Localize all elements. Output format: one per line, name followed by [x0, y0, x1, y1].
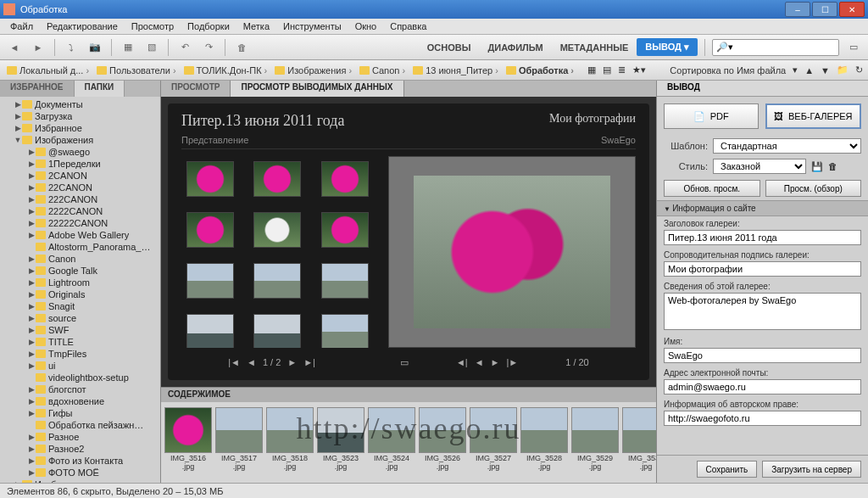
tab-preview[interactable]: ПРОСМОТР: [161, 81, 231, 97]
menu-label[interactable]: Метка: [236, 21, 276, 31]
tree-item[interactable]: ▶Гифы: [0, 407, 160, 419]
tree-item[interactable]: ▶Избранное: [0, 122, 160, 134]
mode-filmstrip[interactable]: ДИАФИЛЬМ: [479, 39, 551, 56]
last-page-icon[interactable]: ►|: [303, 357, 315, 367]
tab-output-preview[interactable]: ПРОСМОТР ВЫВОДИМЫХ ДАННЫХ: [231, 81, 403, 97]
search-input[interactable]: 🔎▾: [712, 39, 839, 56]
delete-style-icon[interactable]: 🗑: [828, 161, 837, 171]
open-icon[interactable]: ▧: [142, 38, 161, 57]
slideshow-icon[interactable]: ▭: [400, 357, 409, 368]
gallery-thumb[interactable]: [253, 212, 301, 248]
tree-item[interactable]: ▶Adobe Web Gallery: [0, 229, 160, 241]
tree-item[interactable]: ▶Загрузка: [0, 110, 160, 122]
tree-item[interactable]: ▶@swaego: [0, 146, 160, 158]
crumb-user[interactable]: ТОЛИК.Дон-ПК›: [182, 65, 272, 76]
crumb-users[interactable]: Пользователи›: [95, 65, 180, 76]
minimize-button[interactable]: –: [785, 2, 810, 17]
refresh-icon[interactable]: ↻: [855, 64, 863, 76]
gallery-thumb[interactable]: [321, 161, 369, 197]
style-select[interactable]: Заказной: [713, 159, 806, 174]
tree-item[interactable]: ▶source: [0, 312, 160, 324]
view-list-icon[interactable]: ≣: [618, 64, 626, 76]
filmstrip-item[interactable]: IMG_3526.jpg: [419, 407, 466, 472]
gallery-thumb[interactable]: [186, 161, 234, 197]
menu-view[interactable]: Просмотр: [125, 21, 181, 31]
filmstrip-item[interactable]: IMG_3527.jpg: [470, 407, 517, 472]
view-details-icon[interactable]: ▤: [603, 64, 611, 76]
tree-item[interactable]: Обработка пейзажн…: [0, 419, 160, 431]
next-image-icon[interactable]: |►: [506, 357, 518, 367]
filter-icon[interactable]: ▼: [821, 65, 830, 76]
tree-item[interactable]: ▶TITLE: [0, 336, 160, 348]
refine-icon[interactable]: ▦: [119, 38, 137, 57]
name-input[interactable]: [664, 348, 861, 363]
menu-edit[interactable]: Редактирование: [40, 21, 125, 31]
tree-item[interactable]: ▶1Переделки: [0, 158, 160, 170]
mode-output[interactable]: ВЫВОД ▾: [637, 38, 698, 56]
upload-button[interactable]: Загрузить на сервер: [762, 461, 861, 478]
tree-item[interactable]: ▶22222CANON: [0, 217, 160, 229]
tree-item[interactable]: ▶22CANON: [0, 182, 160, 193]
prev-image-icon[interactable]: ◄|: [456, 357, 468, 367]
about-textarea[interactable]: Web-фотогалерея by SwaEgo: [664, 293, 861, 330]
crumb-canon[interactable]: Canon›: [358, 65, 409, 76]
browse-preview-button[interactable]: Просм. (обзор): [765, 180, 862, 197]
tree-item[interactable]: ▶Google Talk: [0, 265, 160, 277]
gallery-thumb[interactable]: [186, 263, 234, 299]
filmstrip-item[interactable]: IMG_3523.jpg: [317, 407, 364, 472]
email-input[interactable]: [664, 379, 861, 394]
tree-item[interactable]: ▶Документы: [0, 98, 160, 110]
tree-item[interactable]: ▶Фото из Контакта: [0, 455, 160, 467]
gallery-thumb[interactable]: [321, 263, 369, 299]
gallery-thumb[interactable]: [321, 314, 369, 348]
mode-metadata[interactable]: МЕТАДАННЫЕ: [552, 39, 637, 56]
tree-item[interactable]: ▶2CANON: [0, 170, 160, 182]
camera-icon[interactable]: 📷: [86, 38, 104, 57]
tree-item[interactable]: ▶блогспот: [0, 383, 160, 395]
tree-item[interactable]: ▶2222CANON: [0, 205, 160, 217]
next-icon[interactable]: ►: [491, 357, 500, 367]
sort-asc-icon[interactable]: ▲: [804, 65, 814, 76]
rotate-cw-icon[interactable]: ↷: [199, 38, 218, 57]
site-info-section[interactable]: Информация о сайте: [657, 200, 868, 216]
reveal-icon[interactable]: ⤵: [62, 38, 81, 57]
tree-item[interactable]: ▶Разное: [0, 431, 160, 443]
filmstrip-item[interactable]: IMG_3528.jpg: [520, 407, 568, 472]
crumb-current[interactable]: Обработка›: [504, 65, 578, 76]
template-select[interactable]: Стандартная: [713, 138, 861, 154]
refresh-preview-button[interactable]: Обнов. просм.: [664, 180, 760, 197]
filmstrip-item[interactable]: IMG_3517.jpg: [215, 407, 263, 472]
prev-page-icon[interactable]: ◄: [247, 357, 256, 367]
web-gallery-button[interactable]: 🖼ВЕБ-ГАЛЕРЕЯ: [765, 104, 862, 129]
gallery-title-input[interactable]: [664, 230, 861, 245]
crumb-pictures[interactable]: Изображения›: [273, 65, 356, 76]
gallery-thumb[interactable]: [321, 212, 369, 248]
filmstrip[interactable]: http://swaego.ru IMG_3516.jpgIMG_3517.jp…: [161, 402, 656, 483]
gallery-thumb[interactable]: [253, 263, 301, 299]
close-button[interactable]: ✕: [839, 2, 865, 17]
filmstrip-item[interactable]: IMG_3524.jpg: [368, 407, 415, 472]
tree-item[interactable]: ▶Snagit: [0, 300, 160, 312]
tree-item[interactable]: ▶ui: [0, 360, 160, 372]
save-style-icon[interactable]: 💾: [811, 161, 823, 172]
tab-favorites[interactable]: ИЗБРАННОЕ: [0, 81, 75, 97]
crumb-date[interactable]: 13 июня_Питер›: [411, 65, 503, 76]
menu-window[interactable]: Окно: [348, 21, 384, 31]
tree-item[interactable]: videolightbox-setup: [0, 372, 160, 383]
sort-label[interactable]: Сортировка по Имя файла: [670, 65, 786, 76]
tree-item[interactable]: ▶Originals: [0, 288, 160, 300]
tree-item[interactable]: ▼Изображения: [0, 134, 160, 146]
gallery-thumb[interactable]: [253, 161, 301, 197]
tree-item[interactable]: Altostorm_Panorama_…: [0, 241, 160, 253]
tree-item[interactable]: ▶ФОТО МОЁ: [0, 467, 160, 478]
back-button[interactable]: ◄: [5, 38, 24, 57]
tree-item[interactable]: ▶вдохновение: [0, 395, 160, 407]
tab-folders[interactable]: ПАПКИ: [75, 81, 125, 97]
gallery-caption-input[interactable]: [664, 261, 861, 277]
save-button[interactable]: Сохранить: [697, 461, 758, 478]
first-page-icon[interactable]: |◄: [228, 357, 240, 367]
filmstrip-item[interactable]: IMG_3518.jpg: [266, 407, 314, 472]
tree-item[interactable]: ▶Canon: [0, 253, 160, 265]
mode-essentials[interactable]: ОСНОВЫ: [419, 39, 480, 56]
trash-icon[interactable]: 🗑: [232, 38, 251, 57]
